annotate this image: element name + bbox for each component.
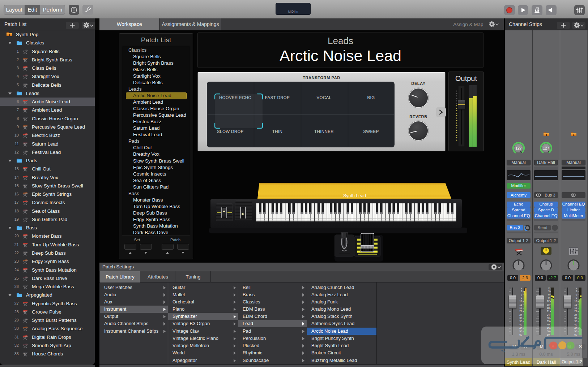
svg-text:24: 24 [547,314,550,316]
svg-text:35: 35 [574,320,577,323]
svg-text:15: 15 [519,303,522,306]
svg-text:15: 15 [547,303,550,306]
svg-text:35: 35 [519,320,522,323]
svg-text:0: 0 [548,288,550,289]
svg-text:35: 35 [547,320,550,323]
svg-text:24: 24 [519,314,522,316]
svg-text:127: 127 [515,146,522,150]
svg-text:30: 30 [519,317,522,319]
svg-text:30: 30 [547,317,550,319]
svg-text:6: 6 [548,293,550,296]
svg-text:30: 30 [574,317,577,319]
svg-text:18: 18 [519,307,522,309]
svg-text:9: 9 [576,297,577,299]
svg-text:9: 9 [548,297,550,299]
svg-text:3: 3 [548,290,550,293]
svg-text:18: 18 [547,307,550,309]
svg-text:3: 3 [521,290,522,293]
svg-text:24: 24 [574,314,577,316]
svg-text:15: 15 [574,303,577,306]
svg-text:21: 21 [574,310,577,312]
svg-text:21: 21 [547,310,550,312]
svg-text:6: 6 [521,293,522,296]
svg-text:12: 12 [519,300,522,302]
svg-text:127: 127 [543,146,549,150]
svg-text:6: 6 [576,293,577,296]
svg-text:12: 12 [574,300,577,302]
svg-text:0: 0 [521,288,522,289]
svg-text:9: 9 [521,297,522,299]
svg-text:0: 0 [576,288,577,289]
svg-text:18: 18 [574,307,577,309]
svg-text:12: 12 [547,300,550,302]
svg-text:21: 21 [519,310,522,312]
svg-text:3: 3 [576,290,577,293]
